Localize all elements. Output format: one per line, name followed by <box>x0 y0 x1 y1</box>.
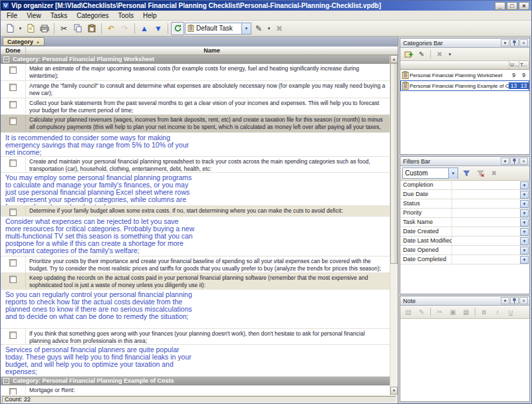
task-checkbox[interactable] <box>9 84 17 91</box>
menu-item[interactable]: Categories <box>72 11 113 20</box>
redo-button[interactable]: ↷ <box>118 22 132 35</box>
filter-dropdown-button[interactable]: ▼ <box>520 200 529 208</box>
category-name-column-header[interactable] <box>400 61 509 69</box>
task-row[interactable]: Keep updating the records on the actual … <box>1 273 390 290</box>
menu-item[interactable]: Help <box>138 11 162 20</box>
panel-menu-button[interactable]: ▾ <box>501 297 509 304</box>
note-editor-area[interactable] <box>400 319 529 401</box>
task-row[interactable]: Collect your bank statements from the pa… <box>1 98 390 115</box>
category-row[interactable]: − Category: Personal Financial Planning … <box>1 377 390 385</box>
maximize-button[interactable]: □ <box>507 2 517 10</box>
delete-task-button[interactable]: ✖ <box>273 22 286 35</box>
task-checkbox[interactable] <box>9 209 17 216</box>
delete-filter-button[interactable]: ✖ <box>488 168 500 179</box>
note-row[interactable]: So you can regularly control your person… <box>1 290 390 329</box>
menu-item[interactable]: View <box>22 11 46 20</box>
cut-note-button[interactable]: ✂ <box>434 307 446 318</box>
default-task-combobox[interactable]: Default Task ▼ <box>185 23 251 35</box>
filter-dropdown-button[interactable]: ▼ <box>520 247 529 254</box>
task-checkbox[interactable] <box>9 66 17 74</box>
categories-more-dropdown-icon[interactable]: ▼ <box>447 48 453 61</box>
menu-item[interactable]: File <box>2 11 22 20</box>
task-checkbox[interactable] <box>9 259 17 266</box>
task-checkbox[interactable] <box>9 388 17 395</box>
column-header-done[interactable]: Done <box>1 47 26 54</box>
panel-close-button[interactable]: × <box>519 157 528 165</box>
italic-button[interactable]: I <box>491 307 503 318</box>
collapse-icon[interactable]: − <box>3 378 9 384</box>
panel-pin-button[interactable] <box>510 39 519 47</box>
clear-filter-button[interactable] <box>474 168 486 179</box>
task-row[interactable]: Arrange the "family council" to consult … <box>1 81 390 98</box>
column-header-name[interactable]: Name <box>26 47 398 54</box>
copy-button[interactable] <box>71 22 84 35</box>
filter-dropdown-button[interactable]: ▼ <box>520 191 529 199</box>
total-column-header[interactable]: T... <box>519 61 529 69</box>
filter-dropdown-button[interactable]: ▼ <box>520 209 529 217</box>
task-row[interactable]: Determine if your family budget allows s… <box>1 206 390 217</box>
new-task-dropdown-icon[interactable]: ▼ <box>17 22 23 35</box>
print-button[interactable] <box>38 22 51 35</box>
note-row[interactable]: Consider what expenses can be rejected t… <box>1 217 390 256</box>
scrollbar-track[interactable] <box>390 63 398 387</box>
task-row[interactable]: Create and maintain your personal financ… <box>1 157 390 173</box>
panel-pin-button[interactable] <box>510 157 519 165</box>
group-by-category-button[interactable]: Category ▲ <box>3 37 45 46</box>
edit-task-dropdown-icon[interactable]: ▼ <box>266 22 272 35</box>
note-row[interactable]: You may employ some personal financial p… <box>1 173 390 206</box>
edit-category-button[interactable]: ✎ <box>416 49 428 60</box>
paste-note-button[interactable]: ▦ <box>460 307 472 318</box>
edit-filter-button[interactable] <box>460 168 472 179</box>
vertical-scrollbar[interactable]: ▲ ▼ <box>390 55 398 395</box>
panel-close-button[interactable]: × <box>519 39 528 47</box>
scrollbar-thumb[interactable] <box>390 63 398 264</box>
panel-pin-button[interactable] <box>510 297 519 304</box>
insert-file-button[interactable]: ▤ <box>402 307 414 318</box>
task-row[interactable]: Mortgage or Rent: <box>1 385 390 395</box>
filter-dropdown-button[interactable]: ▼ <box>520 256 529 264</box>
new-task-button[interactable] <box>3 22 17 35</box>
scroll-down-button[interactable]: ▼ <box>390 387 398 395</box>
note-row[interactable]: Services of personal financial planners … <box>1 345 390 377</box>
task-checkbox[interactable] <box>9 118 17 125</box>
filter-preset-dropdown-icon[interactable]: ▼ <box>448 168 458 179</box>
bold-button[interactable]: B <box>478 307 490 318</box>
move-up-button[interactable]: ▲ <box>138 22 151 35</box>
refresh-button[interactable] <box>171 22 184 35</box>
category-list-item[interactable]: Personal Financial Planning Worksheet 9 … <box>400 70 529 80</box>
filter-dropdown-button[interactable]: ▼ <box>520 219 529 227</box>
edit-task-button[interactable]: ✎ <box>252 22 265 35</box>
task-row[interactable]: Calculate your planned revenues (wages, … <box>1 115 390 133</box>
undo-button[interactable]: ↶ <box>104 22 118 35</box>
category-row[interactable]: − Category: Personal Financial Planning … <box>1 55 390 64</box>
filter-dropdown-button[interactable]: ▼ <box>520 237 529 245</box>
paste-button[interactable] <box>85 22 98 35</box>
scroll-up-button[interactable]: ▲ <box>390 55 398 63</box>
task-row[interactable]: If you think that something goes wrong w… <box>1 329 390 345</box>
copy-note-button[interactable]: ▣ <box>447 307 459 318</box>
task-checkbox[interactable] <box>9 276 17 283</box>
underline-button[interactable]: U <box>505 307 517 318</box>
edit-note-button[interactable]: ✎ <box>416 307 428 318</box>
task-checkbox[interactable] <box>9 159 17 167</box>
add-category-button[interactable] <box>402 49 414 60</box>
panel-menu-button[interactable]: ▾ <box>501 157 509 165</box>
task-row[interactable]: Prioritize your costs by their importanc… <box>1 256 390 273</box>
uncompleted-column-header[interactable]: U... <box>509 61 519 69</box>
panel-close-button[interactable]: × <box>519 297 528 304</box>
menu-item[interactable]: Tasks <box>46 11 72 20</box>
task-row[interactable]: Make an estimate of the major upcoming s… <box>1 64 390 81</box>
minimize-button[interactable]: _ <box>495 2 505 10</box>
filter-dropdown-button[interactable]: ▼ <box>520 228 529 236</box>
task-checkbox[interactable] <box>9 101 17 108</box>
note-row[interactable]: It is recommended to consider some ways … <box>1 133 390 157</box>
delete-category-button[interactable]: ✖ <box>434 49 446 60</box>
task-checkbox[interactable] <box>9 332 17 339</box>
collapse-icon[interactable]: − <box>3 56 9 62</box>
category-list-item[interactable]: Personal Financial Planning Example of C… <box>400 80 529 91</box>
filter-dropdown-button[interactable]: ▼ <box>520 181 529 189</box>
close-button[interactable]: × <box>519 2 529 10</box>
default-task-dropdown-icon[interactable]: ▼ <box>241 23 251 34</box>
menu-item[interactable]: Tools <box>114 11 138 20</box>
new-note-button[interactable] <box>24 22 37 35</box>
